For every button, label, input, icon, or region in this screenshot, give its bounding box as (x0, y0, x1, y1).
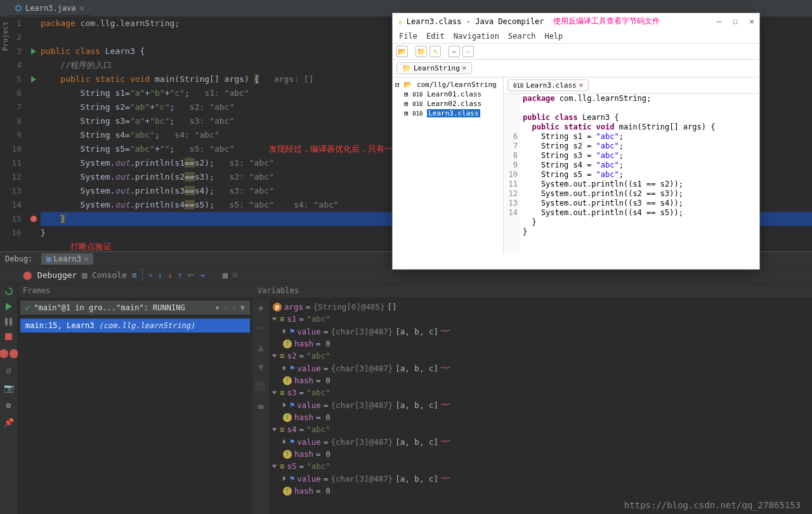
resume-icon[interactable] (6, 303, 12, 310)
stack-frame[interactable]: main:15, Learn3 (com.llg.learnString) (20, 319, 250, 333)
close-icon[interactable]: × (79, 4, 84, 13)
wand-icon[interactable]: ✎ (429, 46, 441, 57)
link-icon[interactable]: ∞ (258, 400, 264, 412)
up-icon[interactable]: ▲ (258, 341, 264, 353)
gutter-marks (27, 16, 41, 251)
editor-tab-label: Learn3.java (25, 4, 75, 13)
breakpoint-icon[interactable] (30, 216, 37, 222)
filter-icon[interactable]: ▼ (240, 303, 245, 312)
thread-label: "main"@1 in gro..."main": RUNNING (34, 303, 185, 312)
dropdown-icon: ▾ (215, 303, 219, 312)
decompiler-toolbar: 📂 📁 ✎ ⇦ ⇨ (393, 43, 759, 60)
cup-icon: ☕ (398, 16, 403, 26)
add-watch-icon[interactable]: + (258, 302, 264, 314)
debug-label: Debug: (5, 254, 32, 263)
project-sidebar-tab[interactable]: Project (0, 19, 11, 53)
rerun-icon[interactable] (3, 286, 14, 297)
drop-frame-icon[interactable]: ⤺ (188, 270, 195, 280)
debug-config-name: Learn3 (54, 254, 81, 263)
bytecode-icon: 010 (513, 82, 523, 89)
folder-icon: 📁 (402, 64, 411, 72)
run-icon[interactable] (31, 48, 36, 55)
close-window-icon[interactable]: ✕ (749, 16, 754, 26)
check-icon: ✔ (25, 303, 30, 312)
decompiler-tree[interactable]: ⊟ 📂 com/llg/learnString ⊞ 010 Learn01.cl… (393, 77, 504, 254)
close-icon[interactable]: ✖ (462, 64, 467, 72)
frames-title: Frames (18, 284, 252, 298)
decompiler-title: Learn3.class - Java Decompiler (407, 17, 544, 26)
mute-breakpoints-icon[interactable]: ⌀ (6, 366, 11, 376)
debug-config-icon: ▦ (46, 254, 51, 263)
menu-navigation[interactable]: Navigation (451, 30, 502, 42)
view-breakpoints-icon[interactable]: ⬤⬤ (0, 348, 19, 358)
java-file-icon (15, 5, 22, 11)
close-icon[interactable]: × (84, 254, 88, 263)
decompiler-annotation: 使用反编译工具查看字节码文件 (553, 16, 660, 27)
minimize-icon[interactable]: — (717, 16, 722, 26)
camera-icon[interactable]: 📷 (4, 383, 14, 393)
run-icon[interactable] (31, 76, 36, 82)
step-out-icon[interactable]: ↑ (178, 270, 183, 280)
decompiled-source[interactable]: 67891011121314 package com.llg.learnStri… (504, 94, 759, 254)
remove-watch-icon[interactable]: − (258, 322, 264, 334)
run-to-cursor-icon[interactable]: ⇥ (200, 270, 205, 280)
package-tab[interactable]: 📁 LearnString ✖ (396, 62, 472, 74)
back-icon[interactable]: ⇦ (449, 46, 460, 57)
editor-tab[interactable]: Learn3.java × (8, 1, 92, 16)
down-icon[interactable]: ▼ (258, 361, 264, 373)
menu-file[interactable]: File (396, 30, 420, 42)
watermark: https://blog.csdn.net/qq_27865153 (624, 500, 801, 510)
maximize-icon[interactable]: ☐ (733, 16, 738, 26)
decompiler-menu: FileEditNavigationSearchHelp (393, 29, 759, 43)
step-over-icon[interactable]: ↷ (148, 270, 153, 280)
decompiler-titlebar[interactable]: ☕ Learn3.class - Java Decompiler 使用反编译工具… (393, 13, 759, 29)
variables-panel: Variables + − ▲ ▼ ⿻ ∞ p args = {String[0… (252, 284, 812, 514)
folder-icon[interactable]: 📁 (416, 46, 427, 57)
debugger-tab[interactable]: ⬤ Debugger (23, 270, 77, 280)
frames-panel: Frames ✔ "main"@1 in gro..."main": RUNNI… (18, 284, 252, 514)
pin-icon[interactable]: 📌 (4, 418, 14, 427)
thread-selector[interactable]: ✔ "main"@1 in gro..."main": RUNNING ▾ ↑ … (20, 301, 250, 315)
annotation-breakpoint: 打断点验证 (70, 242, 112, 251)
menu-search[interactable]: Search (506, 30, 538, 42)
open-icon[interactable]: 📂 (396, 46, 408, 57)
settings-icon[interactable]: ⚙ (6, 400, 11, 410)
variables-tree[interactable]: p args = {String[0]@485} []≡ s1 = "abc"⚑… (269, 298, 812, 514)
copy-icon[interactable]: ⿻ (256, 381, 266, 393)
step-into-icon[interactable]: ↓ (158, 270, 163, 280)
force-step-into-icon[interactable]: ↓ (167, 270, 173, 280)
prev-frame-icon[interactable]: ↑ (223, 303, 228, 312)
variables-title: Variables (252, 284, 812, 298)
debug-side-toolbar: ⬤⬤ ⌀ 📷 ⚙ 📌 (0, 284, 18, 514)
debug-config-tab[interactable]: ▦ Learn3 × (41, 253, 93, 265)
pause-icon[interactable] (5, 318, 12, 326)
close-icon[interactable]: ✖ (579, 81, 584, 89)
menu-help[interactable]: Help (542, 30, 565, 42)
decompiler-window[interactable]: ☕ Learn3.class - Java Decompiler 使用反编译工具… (392, 13, 760, 270)
code-file-tab[interactable]: 010 Learn3.class ✖ (508, 79, 589, 91)
variables-toolbar: + − ▲ ▼ ⿻ ∞ (252, 298, 269, 514)
tree-item-selected[interactable]: Learn3.class (427, 109, 480, 117)
next-frame-icon[interactable]: ↓ (232, 303, 237, 312)
console-tab[interactable]: ▤ Console (82, 270, 126, 280)
stop-icon[interactable] (5, 333, 12, 340)
forward-icon[interactable]: ⇨ (462, 46, 474, 57)
evaluate-icon[interactable]: ▦ (223, 270, 228, 280)
menu-edit[interactable]: Edit (424, 30, 447, 42)
